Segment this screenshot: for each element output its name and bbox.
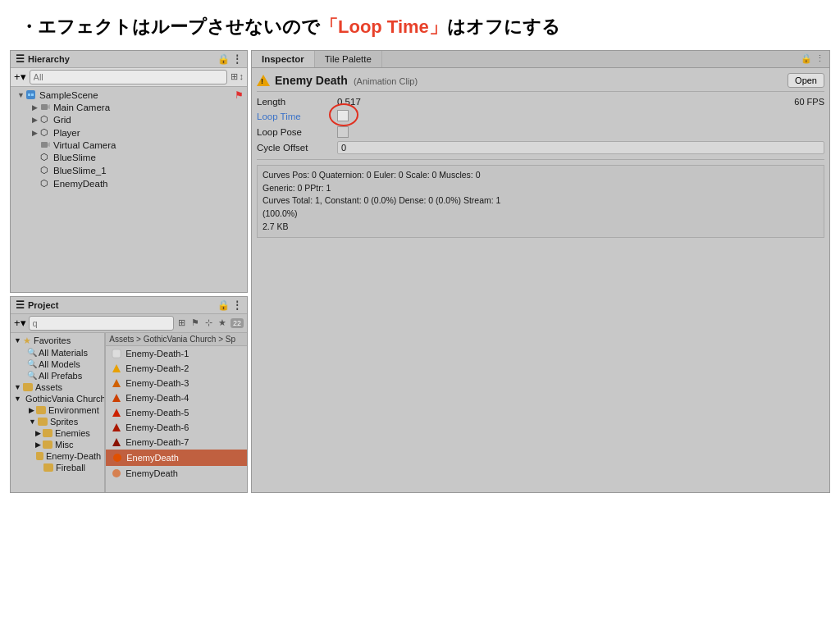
breadcrumb: Assets > GothicVania Church > Sp [106,333,247,346]
materials-search-icon: 🔍 [27,348,37,357]
svg-rect-0 [26,90,35,99]
hierarchy-item-main-camera[interactable]: ▶ Main Camera [11,102,247,113]
hierarchy-search-icons: ⊞ ↕ [231,71,244,82]
open-button[interactable]: Open [788,73,824,88]
sort-icon: ↕ [240,71,244,82]
inspector-loop-time-row: Loop Time [257,108,824,125]
loop-pose-checkbox[interactable] [337,126,349,138]
tab-inspector[interactable]: Inspector [252,51,315,67]
project-enemy-death-folder[interactable]: Enemy-Death [11,450,104,462]
filter-icon: ⊞ [231,71,238,82]
hierarchy-item-player[interactable]: ▶ ⬡ Player [11,126,247,139]
file-item-enemydeath-selected[interactable]: EnemyDeath [106,450,247,466]
annotation-text2: はオフにする [447,16,560,37]
file-item-5[interactable]: Enemy-Death-5 [106,405,247,420]
prefabs-search-icon: 🔍 [27,371,37,380]
hierarchy-header-icons: 🔒 ⋮ [217,53,242,65]
file1-icon [111,348,122,359]
hierarchy-item-virtual-camera[interactable]: Virtual Camera [11,139,247,151]
file-item-6[interactable]: Enemy-Death-6 [106,420,247,435]
file-item-4[interactable]: Enemy-Death-4 [106,390,247,405]
svg-marker-8 [112,364,121,372]
file-item-1[interactable]: Enemy-Death-1 [106,346,247,361]
project-filter1-icon[interactable]: ⊞ [176,317,187,328]
file-item-2[interactable]: Enemy-Death-2 [106,361,247,376]
project-fav-models[interactable]: 🔍 All Models [11,358,104,370]
ed-folder-label: Enemy-Death [46,451,101,461]
hierarchy-item-blueslime[interactable]: ⬡ BlueSlime [11,151,247,164]
hierarchy-scene-item[interactable]: ▼ SampleScene ⚑ [11,89,247,102]
tab-tile-palette[interactable]: Tile Palette [315,51,382,67]
loop-time-checkbox-area [337,110,349,123]
project-header: ☰ Project 🔒 ⋮ [11,297,247,314]
file6-label: Enemy-Death-6 [126,422,189,432]
cycle-offset-value: 0 [341,143,346,153]
favorites-star-icon: ★ [23,336,31,346]
svg-marker-11 [112,409,121,417]
scene-arrow: ▼ [17,91,25,99]
plus-icon[interactable]: +▾ [14,71,26,83]
enemies-arrow: ▶ [35,429,41,437]
project-environment[interactable]: ▶ Environment [11,404,104,416]
fireball-folder-icon [43,463,53,472]
project-fav-materials[interactable]: 🔍 All Materials [11,347,104,358]
cycle-offset-label: Cycle Offset [257,143,331,153]
blueslime1-icon: ⬡ [40,165,52,176]
env-arrow: ▶ [29,406,34,414]
project-search-input[interactable] [29,316,174,331]
project-fireball-folder[interactable]: Fireball [11,462,104,473]
player-label: Player [53,128,80,138]
hierarchy-content: ▼ SampleScene ⚑ ▶ [11,87,247,292]
scene-options: ⚑ [235,89,244,101]
warning-triangle-icon [257,75,270,86]
annotation-text1: ・エフェクトはループさせないので [20,16,320,37]
project-tree: ▼ ★ Favorites 🔍 All Materials 🔍 All Mode… [11,333,105,492]
hierarchy-header: ☰ Hierarchy 🔒 ⋮ [11,51,247,68]
annotation-highlight: 「Loop Time」 [320,16,447,37]
fav-models-label: All Models [39,359,80,369]
divider-1 [257,91,824,92]
loop-time-checkbox[interactable] [337,110,349,121]
hierarchy-search-bar: +▾ ⊞ ↕ [11,68,247,87]
file4-label: Enemy-Death-4 [126,393,189,403]
project-misc[interactable]: ▶ Misc [11,439,104,450]
file-item-7[interactable]: Enemy-Death-7 [106,435,247,450]
project-plus-icon[interactable]: +▾ [14,317,26,329]
divider-2 [257,159,824,160]
player-icon: ⬡ [40,127,52,139]
enemydeath-label: EnemyDeath [53,179,107,189]
file1-label: Enemy-Death-1 [126,349,189,358]
inspector-tab-icons: 🔒 ⋮ [801,53,829,64]
hierarchy-search-input[interactable] [30,70,227,84]
file4-icon [111,392,122,404]
file-item-3[interactable]: Enemy-Death-3 [106,376,247,390]
grid-cube-icon: ⬡ [40,114,52,126]
project-fav-prefabs[interactable]: 🔍 All Prefabs [11,370,104,381]
file2-label: Enemy-Death-2 [126,363,189,373]
project-sprites[interactable]: ▼ Sprites [11,416,104,427]
clip-name: Enemy Death [275,74,348,87]
loop-pose-label: Loop Pose [257,127,331,137]
file-item-enemydeath2[interactable]: EnemyDeath [106,466,247,481]
project-star-icon[interactable]: ★ [217,317,228,328]
project-filter2-icon[interactable]: ⚑ [189,317,201,328]
project-title: Project [28,300,58,310]
fav-prefabs-label: All Prefabs [39,371,82,381]
project-assets-item[interactable]: ▼ Assets [11,381,104,393]
sprites-arrow: ▼ [29,418,36,426]
project-favorites-item[interactable]: ▼ ★ Favorites [11,335,104,347]
svg-point-15 [112,469,121,477]
file-list-panel: Assets > GothicVania Church > Sp Enemy-D… [105,333,247,492]
hierarchy-item-enemydeath[interactable]: ⬡ EnemyDeath [11,177,247,190]
curves-info: Curves Pos: 0 Quaternion: 0 Euler: 0 Sca… [257,165,824,238]
hierarchy-item-grid[interactable]: ▶ ⬡ Grid [11,113,247,126]
project-search-bar: +▾ ⊞ ⚑ ⊹ ★ 22 [11,314,247,333]
project-filter3-icon[interactable]: ⊹ [203,317,214,328]
blueslime-label: BlueSlime [53,153,96,162]
grid-label: Grid [53,115,71,125]
cycle-offset-field[interactable]: 0 [337,141,824,154]
project-gothicvania[interactable]: ▼ GothicVania Church [11,393,104,404]
file-enemydeath2-label: EnemyDeath [126,468,178,478]
hierarchy-item-blueslime1[interactable]: ⬡ BlueSlime_1 [11,164,247,177]
project-enemies[interactable]: ▶ Enemies [11,427,104,439]
